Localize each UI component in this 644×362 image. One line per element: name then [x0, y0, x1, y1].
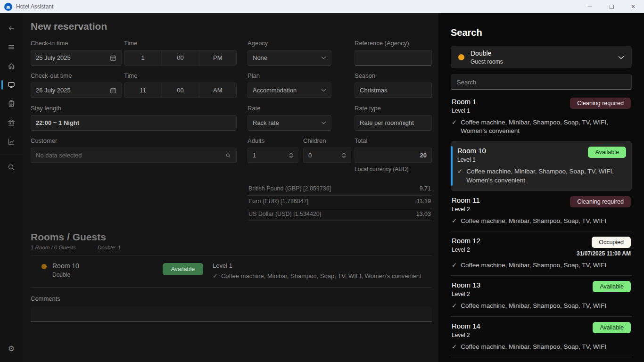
sidebar-item-front-desk[interactable]: [0, 75, 23, 94]
page-title: New reservation: [31, 21, 432, 32]
search-icon[interactable]: [225, 152, 231, 159]
comments-input[interactable]: [31, 306, 432, 322]
sidebar-item-reports[interactable]: [0, 132, 23, 151]
conversion-value: 11.19: [417, 198, 431, 205]
room-result-item[interactable]: Room 12 Level 2 Occupied 31/07/2025 11:0…: [451, 231, 632, 276]
check-icon: ✓: [452, 217, 457, 225]
check-icon: ✓: [452, 302, 457, 310]
back-button[interactable]: [0, 19, 23, 38]
menu-button[interactable]: [0, 38, 23, 57]
assigned-room-name: Room 10: [52, 262, 163, 270]
check-in-hour[interactable]: 1: [124, 50, 161, 65]
check-in-date-input[interactable]: [36, 54, 110, 61]
rate-type-field[interactable]: [355, 115, 432, 131]
total-input[interactable]: [360, 152, 427, 159]
plan-dropdown[interactable]: Accommodation: [248, 82, 331, 98]
children-stepper[interactable]: 0: [303, 148, 351, 163]
check-out-date-input[interactable]: [36, 87, 110, 94]
sidebar-divider: [0, 155, 23, 155]
check-in-meridiem[interactable]: PM: [199, 50, 236, 65]
assigned-room-level: Level 1: [213, 262, 421, 269]
customer-field[interactable]: [31, 148, 237, 163]
conversion-label: British Pound (GBP) [2.059736]: [248, 185, 331, 192]
check-in-time-picker: 1 00 PM: [124, 50, 237, 66]
sidebar-item-property[interactable]: [0, 113, 23, 132]
chevron-down-icon: [321, 56, 326, 59]
check-out-time-label: Time: [124, 72, 237, 79]
room-result-item[interactable]: Room 13 Level 2 Available ✓ Coffee machi…: [451, 276, 632, 316]
customer-input[interactable]: [36, 152, 225, 159]
sidebar-item-tasks[interactable]: [0, 94, 23, 113]
check-out-hour[interactable]: 11: [124, 83, 161, 98]
rate-type-label: Rate type: [355, 105, 432, 112]
room-type-name: Double: [471, 49, 503, 57]
check-in-time-label: Time: [124, 40, 237, 47]
room-type-dropdown[interactable]: Double Guest rooms: [451, 46, 632, 68]
customer-label: Customer: [31, 137, 237, 144]
calendar-icon[interactable]: [110, 87, 116, 94]
chevron-down-icon: [321, 121, 326, 124]
adults-stepper[interactable]: 1: [248, 148, 298, 163]
conversion-label: Euro (EUR) [1.786847]: [248, 198, 308, 205]
assigned-room-row[interactable]: Room 10 Double Available Level 1 ✓Coffee…: [31, 255, 432, 288]
room-result-item[interactable]: Room 11 Level 2 Cleaning required ✓ Coff…: [451, 191, 632, 231]
comments-label: Comments: [31, 295, 432, 302]
close-button[interactable]: ✕: [622, 0, 644, 13]
rate-dropdown[interactable]: Rack rate: [248, 115, 331, 131]
app-logo-icon: [4, 3, 12, 11]
sidebar: ⚙: [0, 13, 23, 362]
stay-length-field: 22:00 ~ 1 Night: [31, 115, 237, 131]
check-icon: ✓: [452, 261, 457, 270]
home-icon: [7, 61, 16, 71]
check-icon: ✓: [452, 118, 457, 135]
room-amenities: ✓ Coffee machine, Minibar, Shampoo, Soap…: [452, 118, 631, 135]
titlebar: Hotel Assistant ✕: [0, 0, 644, 13]
room-type-category: Guest rooms: [471, 58, 503, 65]
search-panel: Search Double Guest rooms Room 1 Level 1…: [438, 13, 644, 362]
room-amenities: ✓ Coffee machine, Minibar, Shampoo, Soap…: [452, 261, 631, 270]
maximize-button[interactable]: [601, 0, 622, 13]
chevron-down-icon: [321, 89, 326, 92]
reference-input[interactable]: [360, 54, 427, 61]
check-in-minute[interactable]: 00: [161, 50, 198, 65]
total-field[interactable]: [355, 148, 432, 163]
clipboard-icon: [7, 99, 16, 108]
currency-conversions: British Pound (GBP) [2.059736] 9.71 Euro…: [248, 183, 432, 221]
conversion-row: US Dollar (USD) [1.534420] 13.03: [248, 208, 432, 221]
agency-dropdown[interactable]: None: [248, 50, 331, 66]
maximize-icon: [610, 5, 614, 9]
stepper-arrows-icon[interactable]: [289, 153, 293, 158]
minimize-button[interactable]: [579, 0, 601, 13]
rooms-guests-title: Rooms / Guests: [31, 231, 432, 243]
stay-length-label: Stay length: [31, 105, 237, 112]
season-field[interactable]: [355, 82, 432, 98]
check-out-minute[interactable]: 00: [161, 83, 198, 98]
new-reservation-page: New reservation Check-in time Time 1 00: [23, 13, 438, 362]
room-result-item[interactable]: Room 14 Level 2 Available ✓ Coffee machi…: [451, 317, 632, 357]
local-currency-note: Local currency (AUD): [355, 166, 432, 173]
room-name: Room 11: [452, 196, 480, 204]
settings-button[interactable]: ⚙: [0, 339, 23, 358]
check-out-date-field[interactable]: [31, 82, 122, 98]
stepper-arrows-icon[interactable]: [342, 153, 346, 158]
check-out-meridiem[interactable]: AM: [199, 83, 236, 98]
room-result-item[interactable]: Room 1 Level 1 Cleaning required ✓ Coffe…: [451, 92, 632, 141]
reference-field[interactable]: [355, 50, 432, 66]
chevron-down-icon: [618, 53, 624, 61]
app-title: Hotel Assistant: [16, 3, 53, 10]
sidebar-item-search[interactable]: [0, 158, 23, 177]
room-status-badge: Available: [593, 322, 631, 333]
season-input[interactable]: [360, 87, 427, 94]
room-results-list: Room 1 Level 1 Cleaning required ✓ Coffe…: [451, 92, 632, 362]
room-result-item[interactable]: Room 10 Level 1 Available ✓ Coffee machi…: [451, 141, 632, 190]
room-level: Level 2: [452, 247, 480, 253]
sidebar-item-home[interactable]: [0, 57, 23, 75]
rate-type-input[interactable]: [360, 119, 427, 126]
calendar-icon[interactable]: [110, 55, 116, 61]
room-result-item[interactable]: Room 15 Cleaning required: [451, 357, 632, 362]
agency-value: None: [253, 54, 267, 61]
check-icon: ✓: [452, 343, 457, 351]
assigned-room-type: Double: [52, 272, 163, 278]
check-in-date-field[interactable]: [31, 50, 122, 66]
room-search-input[interactable]: [451, 74, 632, 90]
